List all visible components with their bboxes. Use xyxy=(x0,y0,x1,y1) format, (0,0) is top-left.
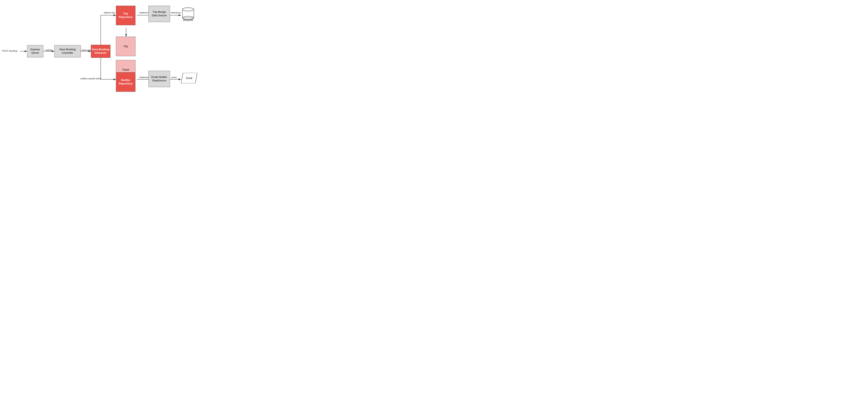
express-server-box: Express Server xyxy=(27,45,43,57)
notifier-repository-label: Notifier Repository xyxy=(119,79,133,85)
email-label: Email xyxy=(186,77,192,80)
save-booking-interactor-box: Save Booking Interactor xyxy=(91,45,111,58)
express-server-label: Express Server xyxy=(31,48,40,55)
svg-point-18 xyxy=(182,8,194,11)
email-notifier-datasource-box: Email Notifier DataSource xyxy=(149,71,170,87)
envia-label: envia xyxy=(171,76,177,79)
interactua-label: interactua xyxy=(171,11,181,14)
ticket-label: Ticket xyxy=(122,68,129,71)
trip-mongo-data-source-label: Trip Mongo Data Source xyxy=(152,10,166,17)
email-shape: Email xyxy=(181,73,197,83)
save-booking-interactor-label: Save Booking Interactor xyxy=(92,48,110,55)
architecture-diagram: POST /booking Express Server redirige Sa… xyxy=(0,0,217,103)
trip-repository-box: Trip Repository xyxy=(116,6,135,25)
obtiene-trip-label: obtiene trip xyxy=(104,11,115,14)
trip-mongo-data-source-box: Trip Mongo Data Source xyxy=(149,6,170,22)
redirige-label: redirige xyxy=(45,49,53,51)
trip-box: Trip xyxy=(116,37,135,56)
notifier-repository-box: Notifier Repository xyxy=(116,72,135,92)
mongodb-cylinder: MongoDB xyxy=(181,7,195,21)
post-booking-label: POST /booking xyxy=(2,50,17,52)
mongodb-label: MongoDB xyxy=(181,19,195,21)
save-booking-controller-box: Save Booking Controller xyxy=(54,45,81,57)
trip-label: Trip xyxy=(123,45,128,48)
save-booking-controller-label: Save Booking Controller xyxy=(59,48,76,55)
trip-repository-label: Trip Repository xyxy=(119,12,133,19)
notifica-label: notifica usando ticket xyxy=(80,77,101,80)
email-notifier-datasource-label: Email Notifier DataSource xyxy=(151,76,167,82)
